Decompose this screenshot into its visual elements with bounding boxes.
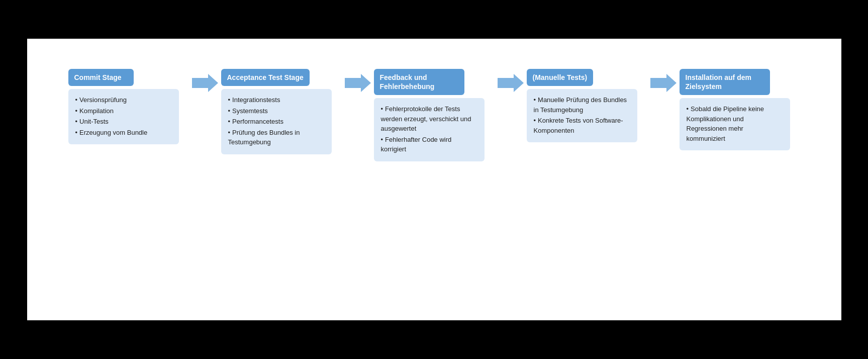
arrow-3 xyxy=(650,69,677,92)
stage-group-manual-tests-stage: (Manuelle Tests)Manuelle Prüfung des Bun… xyxy=(527,69,647,142)
stage-header-commit-stage: Commit Stage xyxy=(68,69,134,86)
stage-list-item: Fehlerhafter Code wird korrigiert xyxy=(381,135,477,154)
stage-body-installation-stage: Sobald die Pipeline keine Komplikationen… xyxy=(680,98,790,150)
stage-list-item: Fehlerprotokolle der Tests werden erzeug… xyxy=(381,104,477,134)
arrow-icon xyxy=(498,74,524,92)
arrow-2 xyxy=(498,69,524,92)
svg-marker-1 xyxy=(345,74,371,92)
stage-list-item: Erzeugung vom Bundle xyxy=(75,128,172,138)
stage-list-item: Versionsprüfung xyxy=(75,95,172,105)
stage-list-item: Performancetests xyxy=(228,117,325,127)
stage-list-item: Integrationstests xyxy=(228,95,325,105)
stage-body-manual-tests-stage: Manuelle Prüfung des Bundles in Testumge… xyxy=(527,89,637,142)
stage-list-item: Manuelle Prüfung des Bundles in Testumge… xyxy=(534,95,630,115)
stage-header-installation-stage: Installation auf dem Zielsystem xyxy=(680,69,770,95)
diagram-container: Commit StageVersionsprüfungKompilationUn… xyxy=(27,39,841,320)
arrow-1 xyxy=(345,69,371,92)
arrow-icon xyxy=(345,74,371,92)
stage-group-commit-stage: Commit StageVersionsprüfungKompilationUn… xyxy=(68,69,189,144)
stage-body-feedback-stage: Fehlerprotokolle der Tests werden erzeug… xyxy=(374,98,485,161)
stage-list-item: Sobald die Pipeline keine Komplikationen… xyxy=(687,104,783,143)
stage-list-item: Kompilation xyxy=(75,106,172,116)
stage-list-item: Unit-Tests xyxy=(75,117,172,127)
stage-group-installation-stage: Installation auf dem ZielsystemSobald di… xyxy=(680,69,800,150)
svg-marker-0 xyxy=(192,74,218,92)
svg-marker-3 xyxy=(650,74,677,92)
svg-marker-2 xyxy=(498,74,524,92)
arrow-0 xyxy=(192,69,218,92)
stage-list-item: Prüfung des Bundles in Testumgebung xyxy=(228,128,325,147)
stage-list-item: Konkrete Tests von Software-Komponenten xyxy=(534,116,630,135)
stage-header-acceptance-test-stage: Acceptance Test Stage xyxy=(221,69,310,86)
stage-body-commit-stage: VersionsprüfungKompilationUnit-TestsErze… xyxy=(68,89,179,144)
stage-body-acceptance-test-stage: IntegrationstestsSystemtestsPerformancet… xyxy=(221,89,332,154)
stage-group-acceptance-test-stage: Acceptance Test StageIntegrationstestsSy… xyxy=(221,69,342,154)
arrow-icon xyxy=(650,74,677,92)
arrow-icon xyxy=(192,74,218,92)
stage-header-feedback-stage: Feedback und Fehlerbehebung xyxy=(374,69,464,95)
stage-header-manual-tests-stage: (Manuelle Tests) xyxy=(527,69,594,86)
stage-group-feedback-stage: Feedback und FehlerbehebungFehlerprotoko… xyxy=(374,69,495,161)
stage-list-item: Systemtests xyxy=(228,106,325,116)
